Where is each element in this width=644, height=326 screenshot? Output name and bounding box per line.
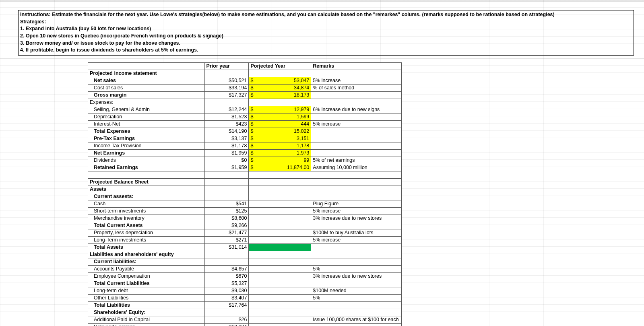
cell[interactable]: $3,407 <box>204 294 249 301</box>
cell[interactable] <box>204 251 249 258</box>
cell[interactable] <box>249 316 311 323</box>
cell[interactable] <box>249 251 311 258</box>
cell[interactable]: Net sales <box>88 77 205 84</box>
cell[interactable]: Current liabilities: <box>88 258 205 265</box>
cell[interactable]: $8,600 <box>204 215 249 222</box>
cell[interactable] <box>204 171 249 178</box>
cell[interactable]: Accounts Payable <box>88 265 205 272</box>
cell[interactable]: $5,327 <box>204 280 249 287</box>
cell[interactable]: Projected income statement <box>88 70 205 77</box>
cell[interactable]: Expenses: <box>88 99 205 106</box>
cell[interactable] <box>311 323 402 326</box>
cell[interactable]: $9,030 <box>204 287 249 294</box>
cell[interactable]: Net Earnings <box>88 149 205 157</box>
cell[interactable] <box>249 193 311 200</box>
cell[interactable]: $26 <box>204 316 249 323</box>
cell[interactable] <box>311 149 402 157</box>
cell[interactable]: Remarks <box>311 62 402 70</box>
cell[interactable]: % of sales method <box>311 84 402 91</box>
cell[interactable]: Total Current Liabilities <box>88 280 205 287</box>
cell[interactable] <box>311 301 402 309</box>
cell[interactable]: Retained Earnings <box>88 164 205 171</box>
cell[interactable]: Current assests: <box>88 193 205 200</box>
cell[interactable]: Depreciation <box>88 113 205 120</box>
cell[interactable] <box>311 142 402 149</box>
cell[interactable] <box>249 258 311 265</box>
cell[interactable] <box>311 243 402 251</box>
cell[interactable]: $444 <box>249 120 311 128</box>
cell[interactable]: Projected Balance Sheet <box>88 178 205 186</box>
cell[interactable]: $1,959 <box>204 164 249 171</box>
cell[interactable]: $53,047 <box>249 77 311 84</box>
cell[interactable]: 5% <box>311 294 402 301</box>
cell[interactable] <box>311 91 402 99</box>
cell[interactable] <box>204 193 249 200</box>
cell[interactable] <box>311 258 402 265</box>
cell[interactable]: $1,973 <box>249 149 311 157</box>
cell[interactable] <box>249 272 311 280</box>
cell[interactable]: Liabilities and shareholders' equity <box>88 251 205 258</box>
cell[interactable]: $125 <box>204 207 249 215</box>
cell[interactable]: $1,959 <box>204 149 249 157</box>
cell[interactable]: $18,173 <box>249 91 311 99</box>
cell[interactable] <box>249 171 311 178</box>
cell[interactable]: $17,764 <box>204 301 249 309</box>
cell[interactable]: $100M to buy Australia lots <box>311 229 402 236</box>
cell[interactable]: Other Liabilities <box>88 294 205 301</box>
cell[interactable] <box>249 70 311 77</box>
cell[interactable] <box>249 294 311 301</box>
cell[interactable] <box>249 243 311 251</box>
cell[interactable]: $11,874.00 <box>249 164 311 171</box>
cell[interactable] <box>249 287 311 294</box>
cell[interactable]: $541 <box>204 200 249 207</box>
cell[interactable]: Prior year <box>204 62 249 70</box>
cell[interactable]: Issue 100,000 shares at $100 for each <box>311 316 402 323</box>
cell[interactable] <box>311 113 402 120</box>
cell[interactable]: Total Liabilities <box>88 301 205 309</box>
cell[interactable]: $13,224 <box>204 323 249 326</box>
cell[interactable] <box>311 186 402 193</box>
cell[interactable] <box>311 99 402 106</box>
cell[interactable]: $21,477 <box>204 229 249 236</box>
cell[interactable] <box>249 265 311 272</box>
cell[interactable]: $1,599 <box>249 113 311 120</box>
cell[interactable] <box>249 229 311 236</box>
cell[interactable]: $31,014 <box>204 243 249 251</box>
cell[interactable]: $0 <box>204 157 249 164</box>
cell[interactable] <box>249 200 311 207</box>
cell[interactable] <box>249 236 311 243</box>
cell[interactable]: $34,874 <box>249 84 311 91</box>
cell[interactable] <box>249 178 311 186</box>
cell[interactable]: 5% of net earnings <box>311 157 402 164</box>
cell[interactable] <box>311 135 402 142</box>
cell[interactable] <box>204 186 249 193</box>
cell[interactable] <box>249 280 311 287</box>
cell[interactable] <box>249 301 311 309</box>
cell[interactable] <box>311 178 402 186</box>
cell[interactable] <box>311 171 402 178</box>
cell[interactable]: Dividends <box>88 157 205 164</box>
cell[interactable]: $14,190 <box>204 128 249 135</box>
cell[interactable]: $3,137 <box>204 135 249 142</box>
cell[interactable]: Shareholders' Equity: <box>88 309 205 316</box>
cell[interactable] <box>311 193 402 200</box>
cell[interactable]: Additional Paid in Capital <box>88 316 205 323</box>
cell[interactable]: Total Current Assets <box>88 222 205 229</box>
cell[interactable]: $3,151 <box>249 135 311 142</box>
cell[interactable]: Short-term investments <box>88 207 205 215</box>
cell[interactable] <box>204 178 249 186</box>
cell[interactable]: 5% increase <box>311 236 402 243</box>
cell[interactable] <box>249 186 311 193</box>
cell[interactable]: $271 <box>204 236 249 243</box>
cell[interactable]: $670 <box>204 272 249 280</box>
cell[interactable]: Assuming 10,000 million <box>311 164 402 171</box>
cell[interactable]: Selling, General & Admin <box>88 106 205 113</box>
cell[interactable]: $9,266 <box>204 222 249 229</box>
cell[interactable]: 3% increase due to new stores <box>311 215 402 222</box>
cell[interactable]: $4,657 <box>204 265 249 272</box>
cell[interactable] <box>311 309 402 316</box>
cell[interactable]: 5% increase <box>311 120 402 128</box>
cell[interactable] <box>311 251 402 258</box>
cell[interactable] <box>204 309 249 316</box>
cell[interactable] <box>204 99 249 106</box>
